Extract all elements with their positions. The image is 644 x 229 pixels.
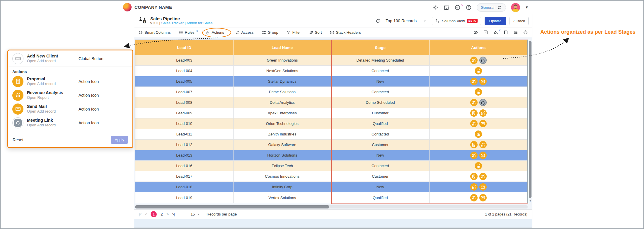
toolbar-item-filter[interactable]: Filter [286,30,301,35]
records-dropdown[interactable]: Top 100 Records [384,17,428,24]
marketplace-store-icon[interactable] [443,4,449,11]
popup-action-item-meeting-link[interactable]: Meeting LinkOpen Add recordAction Icon [8,116,132,130]
table-row[interactable]: Lead-003Green InnovationsDetailed Meetin… [135,55,527,66]
table-row[interactable]: Lead-013Horizon SolutionsNew [135,150,527,161]
sales-tracker-link[interactable]: Sales Tracker [161,21,183,25]
popup-action-item-revenue-analysis[interactable]: Revenue AnalysisOpen ReportAction Icon [8,88,132,102]
table-row[interactable]: Lead-011Zenith IndustriesContacted [135,129,527,140]
send-mail-icon[interactable] [479,194,487,201]
row-height-icon[interactable] [513,30,518,35]
table-row[interactable]: Lead-012Galaxy SoftwareCustomer [135,140,527,150]
revenue-analysis-icon[interactable] [479,109,487,117]
column-header-actions[interactable]: Actions [430,40,528,55]
popup-action-item-send-mail[interactable]: Send MailOpen Add recordAction Icon [8,102,132,116]
popup-item-title: Add New Client [27,54,58,59]
send-mail-icon[interactable] [479,152,487,159]
table-row[interactable]: Lead-016Eclipse TechContacted [135,161,527,171]
send-mail-icon[interactable] [479,183,487,191]
toolbar-item-rules[interactable]: Rules3 [179,30,198,35]
table-row[interactable]: Lead-010Orion TechnologiesQualified [135,118,527,129]
first-page-button[interactable]: |< [139,212,141,216]
revenue-analysis-icon[interactable] [475,162,482,169]
table-row[interactable]: Lead-007Prime SolutionsContacted [135,87,527,97]
addon-for-sales-link[interactable]: Addon for Sales [186,21,212,25]
sales-pipeline-icon: $ [138,16,148,26]
last-page-button[interactable]: >| [172,212,174,216]
toolbar-item-access[interactable]: Access [235,30,254,35]
table-row[interactable]: Lead-019Vertex SolutionsQualified [135,192,527,203]
proposal-icon[interactable] [470,141,478,148]
lead-id-cell: Lead-005 [135,76,234,86]
send-mail-icon[interactable] [479,78,487,85]
revenue-analysis-icon[interactable] [470,57,478,64]
popup-action-item-proposal[interactable]: ProposalOpen Add recordAction Icon [8,74,132,88]
user-avatar[interactable] [511,3,520,12]
column-header-lead-id[interactable]: Lead ID [135,40,234,55]
table-panel-icon[interactable] [503,30,508,35]
toolbar-items: Smart ColumnsRules3Actions5AccessGroupFi… [138,30,361,35]
solution-view-button[interactable]: Solution View BETA [432,17,481,25]
revenue-analysis-icon[interactable] [470,152,478,159]
send-mail-icon[interactable] [479,120,487,127]
meeting-link-icon[interactable] [479,99,487,106]
table-row[interactable]: Lead-018Infinity CorpNew [135,182,527,192]
toolbar-item-group[interactable]: Group [262,30,278,35]
revenue-analysis-icon[interactable] [475,67,482,74]
tasks-check-icon[interactable]: 5 [454,4,461,11]
lead-id-cell: Lead-013 [135,150,234,160]
help-icon[interactable] [466,4,472,11]
revenue-analysis-icon[interactable] [479,173,487,180]
swap-rows-icon[interactable] [483,30,488,35]
column-header-stage[interactable]: Stage [331,40,430,55]
toolbar-item-smart-columns[interactable]: Smart Columns [138,30,171,35]
reset-button[interactable]: Reset [13,138,23,142]
column-header-lead-name[interactable]: Lead Name [234,40,332,55]
lead-name-cell: Prime Solutions [234,87,332,97]
toolbar-item-actions[interactable]: Actions5 [205,30,227,35]
global-item-text: Add New Client Open Add record [27,54,58,63]
back-button[interactable]: ‹ Back [510,17,529,25]
page-1-button[interactable]: 1 [151,211,157,217]
proposal-icon[interactable] [470,109,478,117]
table-row[interactable]: Lead-009Apex EnterprisesCustomer [135,108,527,118]
next-page-button[interactable]: > [166,212,168,216]
popup-item-type: Global Button [79,56,128,61]
revenue-analysis-icon[interactable] [470,78,478,85]
apply-button[interactable]: Apply [111,136,128,144]
grid-settings-gear-icon[interactable] [523,30,528,35]
scroll-down-caret-icon[interactable]: ▾ [529,199,532,203]
lead-id-cell: Lead-003 [135,55,234,65]
records-per-page-dropdown[interactable]: 15 [191,212,200,216]
revenue-analysis-icon[interactable] [470,99,478,106]
global-button-item[interactable]: Add New Client Open Add record Global Bu… [8,50,132,67]
records-dropdown-value: Top 100 Records [386,18,417,23]
workspace-pill[interactable]: General [477,3,506,12]
prev-page-button[interactable]: < [145,212,147,216]
revenue-analysis-icon[interactable] [475,88,482,96]
table-row[interactable]: Lead-017Cosmos InnovationsCustomer [135,171,527,182]
toolbar-item-sort[interactable]: Sort [309,30,322,35]
revenue-analysis-icon[interactable] [475,130,482,138]
meeting-link-icon[interactable] [479,57,487,64]
table-row[interactable]: Lead-004NextGen SolutionsContacted [135,66,527,76]
revenue-analysis-icon[interactable] [479,141,487,148]
stage-cell: Qualified [331,118,430,129]
proposal-icon[interactable] [470,173,478,180]
revenue-analysis-icon[interactable] [470,194,478,201]
paint-format-icon[interactable]: 2 [493,30,498,35]
revenue-analysis-icon[interactable] [470,120,478,127]
profile-caret-icon[interactable]: ▼ [525,5,529,9]
table-row[interactable]: Lead-005Stellar DynamicsNew [135,76,527,87]
revenue-analysis-icon[interactable] [470,183,478,191]
settings-gear-icon[interactable] [432,4,438,11]
page-2-button[interactable]: 2 [161,212,163,216]
refresh-icon[interactable] [375,18,380,23]
horizontal-scrollbar-thumb[interactable] [135,205,329,208]
vertical-scrollbar-thumb[interactable] [529,41,531,198]
hide-columns-icon[interactable] [473,30,478,35]
table-row[interactable]: Lead-008Delta AnalyticsDemo Scheduled [135,97,527,108]
toolbar-item-stack-headers[interactable]: Stack Headers [330,30,361,35]
popup-footer: Reset Apply [8,132,132,147]
actions-cell [430,192,528,203]
update-button[interactable]: Update [485,17,506,25]
